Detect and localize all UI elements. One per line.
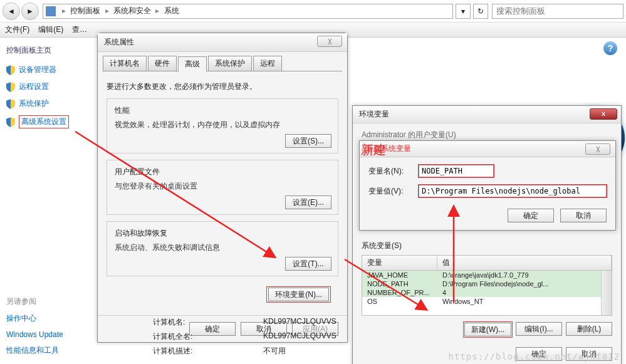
var-value-label: 变量值(V): [368, 186, 419, 197]
shield-icon [6, 82, 15, 92]
nav-back-button[interactable]: ◄ [3, 3, 20, 20]
sidebar-title[interactable]: 控制面板主页 [6, 45, 94, 56]
seealso-windows-update[interactable]: Windows Update [6, 330, 94, 339]
cancel-button[interactable]: 取消 [560, 209, 607, 222]
tab-advanced[interactable]: 高级 [178, 56, 207, 71]
boot-title: 启动和故障恢复 [115, 228, 330, 239]
close-button[interactable]: X [590, 108, 617, 120]
delete-button[interactable]: 删除(L) [566, 322, 612, 336]
control-panel-icon [46, 6, 56, 16]
tab-hardware[interactable]: 硬件 [148, 56, 177, 71]
menu-file[interactable]: 文件(F) [5, 24, 29, 35]
close-button[interactable]: ╳ [317, 36, 342, 47]
col-value[interactable]: 值 [437, 256, 612, 270]
tab-protection[interactable]: 系统保护 [208, 56, 252, 71]
computer-info: 计算机名:KDL997MCJLQUVVS 计算机全名:KDL997MCJLQUV… [153, 313, 336, 360]
tabs: 计算机名 硬件 高级 系统保护 远程 [103, 56, 342, 71]
var-name-input[interactable] [419, 165, 494, 177]
env-var-button[interactable]: 环境变量(N)... [268, 288, 329, 301]
boot-settings-button[interactable]: 设置(T)... [285, 257, 331, 271]
profile-title: 用户配置文件 [115, 167, 330, 177]
annotation-new: 新建 [361, 142, 386, 159]
var-value-input[interactable] [419, 185, 607, 197]
tab-computer-name[interactable]: 计算机名 [103, 56, 147, 71]
system-vars-table[interactable]: JAVA_HOMED:\orange\java\jdk1.7.0_779 NOD… [362, 271, 612, 316]
profile-settings-button[interactable]: 设置(E)... [285, 195, 331, 209]
perf-settings-button[interactable]: 设置(S)... [285, 134, 331, 148]
window-toolbar: ◄ ► ▸ 控制面板 ▸ 系统和安全 ▸ 系统 ▾ ↻ [0, 0, 626, 23]
nav-forward-button[interactable]: ► [21, 3, 39, 20]
user-vars-header: Administrator 的用户变量(U) [362, 130, 612, 140]
admin-note: 要进行大多数更改，您必须作为管理员登录。 [107, 81, 338, 92]
breadcrumb-l2[interactable]: 系统 [164, 6, 179, 15]
close-button[interactable]: ╳ [585, 143, 610, 155]
profile-sub: 与您登录有关的桌面设置 [115, 181, 330, 192]
address-bar[interactable]: ▸ 控制面板 ▸ 系统和安全 ▸ 系统 [43, 4, 453, 19]
refresh-button[interactable]: ↻ [473, 4, 488, 19]
sidebar: 控制面板主页 设备管理器 远程设置 系统保护 高级系统设置 另请参阅 操作中心 … [6, 40, 94, 362]
system-properties-dialog: 系统属性 ╳ 计算机名 硬件 高级 系统保护 远程 要进行大多数更改，您必须作为… [97, 33, 348, 343]
seealso-performance[interactable]: 性能信息和工具 [6, 345, 94, 356]
menu-edit[interactable]: 编辑(E) [38, 24, 63, 35]
search-input[interactable] [492, 4, 623, 19]
help-icon[interactable]: ? [603, 41, 617, 55]
new-button[interactable]: 新建(W)... [464, 323, 511, 336]
seealso-action-center[interactable]: 操作中心 [6, 313, 94, 324]
sidebar-item-device-manager[interactable]: 设备管理器 [6, 65, 94, 75]
boot-sub: 系统启动、系统失败和调试信息 [115, 242, 330, 253]
breadcrumb-root[interactable]: 控制面板 [70, 6, 100, 15]
dialog-title: 环境变量 [359, 109, 389, 120]
shield-icon [6, 117, 15, 127]
menu-view[interactable]: 查… [72, 24, 87, 35]
address-dropdown-button[interactable]: ▾ [456, 4, 471, 19]
col-name[interactable]: 变量 [362, 256, 437, 270]
edit-button[interactable]: 编辑(I)... [516, 322, 562, 336]
tab-remote[interactable]: 远程 [253, 56, 282, 71]
new-system-variable-dialog: 新建系统变量 ╳ 变量名(N): 变量值(V): 确定 取消 [359, 140, 616, 231]
perf-title: 性能 [115, 105, 330, 116]
sidebar-item-protection[interactable]: 系统保护 [6, 98, 94, 109]
shield-icon [6, 99, 15, 109]
sidebar-item-remote[interactable]: 远程设置 [6, 81, 94, 92]
watermark: https://blog.csdn.net/wjnf012 [449, 351, 620, 361]
dialog-title: 系统属性 [104, 37, 134, 48]
system-vars-header: 系统变量(S) [362, 241, 612, 251]
var-name-label: 变量名(N): [368, 166, 419, 177]
ok-button[interactable]: 确定 [508, 209, 554, 222]
scrollbar[interactable] [601, 271, 612, 315]
breadcrumb-l1[interactable]: 系统和安全 [113, 6, 151, 15]
sidebar-item-advanced[interactable]: 高级系统设置 [6, 115, 94, 128]
perf-sub: 视觉效果，处理器计划，内存使用，以及虚拟内存 [115, 120, 330, 130]
shield-icon [6, 65, 15, 75]
seealso-header: 另请参阅 [6, 296, 94, 307]
